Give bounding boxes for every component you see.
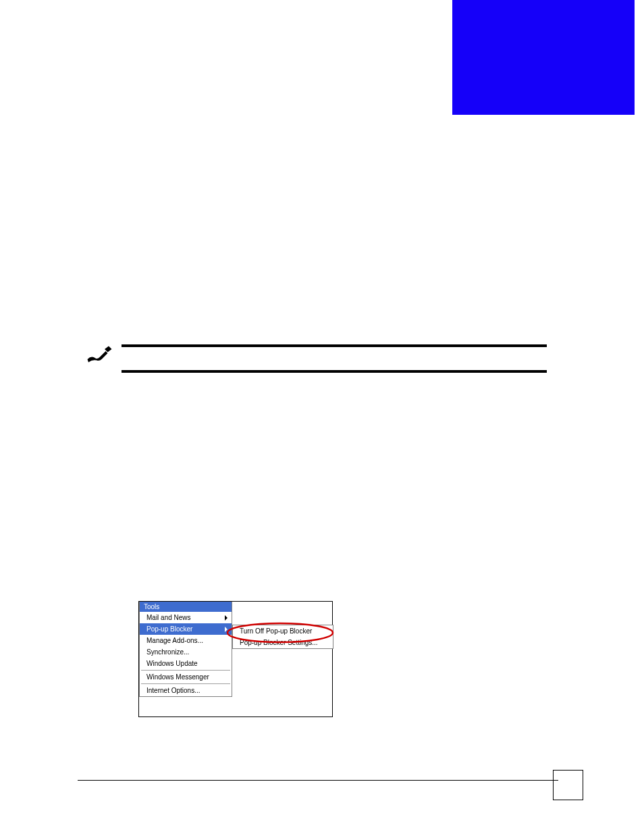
footer-rule [78,780,558,781]
page-number-box [553,770,583,800]
menu-item-label: Manage Add-ons... [146,637,203,644]
menu-title[interactable]: Tools [140,602,232,612]
menu-separator [141,683,230,684]
menu-item-label: Internet Options... [146,687,200,694]
note-bottom-rule [122,370,547,373]
menu-item-popup-blocker[interactable]: Pop-up Blocker [140,623,232,635]
tools-menu-screenshot: Tools Mail and News Pop-up Blocker Manag… [138,601,333,717]
menu-item-windows-update[interactable]: Windows Update [140,658,232,669]
note-block [122,344,547,373]
menu-item-label: Synchronize... [146,648,189,656]
menu-item-label: Pop-up Blocker [146,625,192,633]
menu-item-label: Windows Update [146,660,198,667]
menu-item-label: Turn Off Pop-up Blocker [240,627,312,635]
note-text [122,347,547,370]
menu-item-windows-messenger[interactable]: Windows Messenger [140,671,232,683]
menu-separator [141,670,230,671]
menu-item-label: Mail and News [146,614,191,621]
menu-item-label: Pop-up Blocker Settings... [240,639,318,646]
menu-item-manage-addons[interactable]: Manage Add-ons... [140,635,232,646]
menu-item-mail-and-news[interactable]: Mail and News [140,612,232,623]
popup-blocker-submenu: Turn Off Pop-up Blocker Pop-up Blocker S… [232,625,333,649]
corner-decoration [452,0,635,115]
hand-writing-icon [84,344,115,366]
submenu-turn-off[interactable]: Turn Off Pop-up Blocker [233,625,333,637]
submenu-settings[interactable]: Pop-up Blocker Settings... [233,637,333,648]
submenu-arrow-icon [225,615,227,621]
menu-item-synchronize[interactable]: Synchronize... [140,646,232,658]
submenu-arrow-icon [225,627,227,632]
menu-item-internet-options[interactable]: Internet Options... [140,685,232,696]
menu-item-label: Windows Messenger [146,673,209,681]
